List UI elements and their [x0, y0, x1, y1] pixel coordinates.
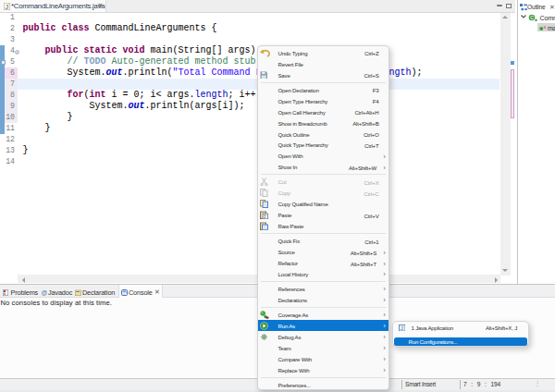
svg-text:C: C [530, 15, 534, 20]
svg-text:J: J [400, 325, 402, 330]
svg-text:J: J [6, 4, 9, 10]
svg-text:S: S [543, 25, 546, 30]
